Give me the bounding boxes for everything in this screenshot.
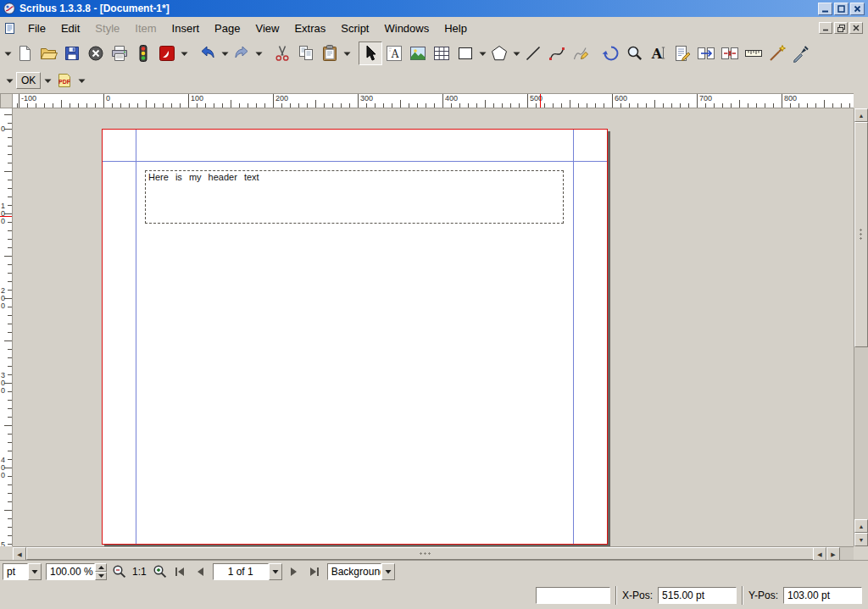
unit-value[interactable]: pt <box>3 563 28 580</box>
ok-dropdown-chevron-icon[interactable] <box>42 69 53 92</box>
hruler-label: 200 <box>273 94 288 108</box>
zoom-decrease-button[interactable] <box>95 572 107 580</box>
horizontal-scrollbar[interactable]: ◀ ◀ ▶ <box>13 546 854 560</box>
paste-button[interactable] <box>318 42 342 65</box>
horizontal-ruler[interactable]: -1000100200300400500600700800 <box>13 93 854 108</box>
edit-text-story-editor-button[interactable] <box>670 42 694 65</box>
layer-dropdown-button[interactable] <box>381 563 395 580</box>
zoom-increase-button[interactable] <box>95 563 107 572</box>
copy-button[interactable] <box>294 42 318 65</box>
insert-image-frame-button[interactable] <box>406 42 430 65</box>
save-document-button[interactable] <box>60 42 84 65</box>
menu-edit[interactable]: Edit <box>53 19 87 38</box>
vscroll-up-button-bottom[interactable]: ▲ <box>854 519 868 533</box>
unit-dropdown-button[interactable] <box>28 563 42 580</box>
rotate-item-button[interactable] <box>599 42 623 65</box>
document-restore-button[interactable] <box>834 22 848 34</box>
menu-windows[interactable]: Windows <box>376 19 437 38</box>
layer-selector[interactable]: Background <box>327 563 395 580</box>
page[interactable]: Here is my header text <box>102 129 608 545</box>
menu-file[interactable]: File <box>20 19 53 38</box>
insert-shape-button[interactable] <box>453 42 477 65</box>
unlink-text-frames-button[interactable] <box>718 42 742 65</box>
redo-button[interactable] <box>230 42 253 65</box>
pdf-options-button[interactable] <box>179 42 189 65</box>
undo-history-button[interactable] <box>220 42 230 65</box>
zoom-out-button[interactable] <box>111 563 127 579</box>
header-text-frame[interactable]: Here is my header text <box>145 170 564 224</box>
insert-polygon-button[interactable] <box>487 42 511 65</box>
eye-dropper-button[interactable] <box>789 42 813 65</box>
insert-line-button[interactable] <box>521 42 545 65</box>
canvas[interactable]: Here is my header text <box>13 108 854 546</box>
menu-extras[interactable]: Extras <box>287 19 333 38</box>
vscroll-down-button[interactable]: ▼ <box>854 533 868 546</box>
measurements-button[interactable] <box>742 42 765 65</box>
zoom-button[interactable] <box>623 42 647 65</box>
titlebar[interactable]: Scribus 1.3.3.8 - [Document-1*] <box>0 0 868 17</box>
hruler-label: 100 <box>188 94 203 108</box>
zoom-in-button[interactable] <box>152 563 168 579</box>
menu-page[interactable]: Page <box>207 19 248 38</box>
page-dropdown-button[interactable] <box>269 563 282 580</box>
shortcutbar-extension-chevron-icon[interactable] <box>4 69 14 92</box>
polygon-options-button[interactable] <box>511 42 521 65</box>
ok-button[interactable]: OK <box>16 72 41 89</box>
zoom-spinbox[interactable]: 100.00 % <box>46 563 107 580</box>
next-page-button[interactable] <box>287 563 303 579</box>
shape-options-button[interactable] <box>477 42 487 65</box>
vscroll-up-button[interactable]: ▲ <box>854 108 868 122</box>
toolbar-extension-button[interactable] <box>3 42 13 65</box>
pdf-shortcut-button[interactable]: PDF <box>54 69 75 92</box>
open-document-button[interactable] <box>36 42 60 65</box>
last-page-button[interactable] <box>307 563 323 579</box>
layer-value[interactable]: Background <box>327 563 381 580</box>
first-page-button[interactable] <box>172 563 188 579</box>
shape-options-icon <box>479 51 487 57</box>
window-close-button[interactable] <box>850 3 865 15</box>
zoom-value[interactable]: 100.00 % <box>46 563 95 580</box>
cut-button[interactable] <box>270 42 294 65</box>
horizontal-scrollbar-thumb[interactable] <box>26 547 825 560</box>
insert-freehand-line-button[interactable] <box>569 42 593 65</box>
unit-combo[interactable]: pt <box>3 563 42 580</box>
undo-button[interactable] <box>196 42 220 65</box>
paste-options-button[interactable] <box>342 42 352 65</box>
link-text-frames-button[interactable] <box>694 42 718 65</box>
previous-page-button[interactable] <box>192 563 209 579</box>
hscroll-left-button-right[interactable]: ◀ <box>813 547 826 561</box>
menu-view[interactable]: View <box>248 19 287 38</box>
copy-item-properties-button[interactable] <box>765 42 789 65</box>
hruler-label: 600 <box>612 94 627 108</box>
document-close-button[interactable] <box>849 22 863 34</box>
window-minimize-button[interactable] <box>818 3 832 15</box>
close-document-button[interactable] <box>84 42 108 65</box>
document-minimize-button[interactable] <box>819 22 832 34</box>
menu-help[interactable]: Help <box>437 19 475 38</box>
select-item-button[interactable] <box>359 42 382 65</box>
vertical-scrollbar-thumb[interactable] <box>854 122 868 347</box>
pdf-dropdown-chevron-icon[interactable] <box>76 69 86 92</box>
vruler-label: 300 <box>1 372 8 395</box>
new-document-button[interactable] <box>13 42 36 65</box>
hscroll-right-button[interactable]: ▶ <box>826 547 840 561</box>
edit-contents-button[interactable]: A <box>647 42 670 65</box>
save-as-pdf-button[interactable] <box>155 42 179 65</box>
page-selector[interactable]: 1 of 1 <box>213 563 282 580</box>
redo-history-button[interactable] <box>253 42 264 65</box>
window-maximize-button[interactable] <box>834 3 849 15</box>
hscroll-left-button[interactable]: ◀ <box>13 547 26 561</box>
insert-table-button[interactable] <box>430 42 453 65</box>
preflight-verifier-button[interactable] <box>131 42 155 65</box>
page-indicator[interactable]: 1 of 1 <box>213 563 269 580</box>
insert-text-frame-button[interactable]: A <box>382 42 406 65</box>
status-action-input[interactable] <box>536 587 610 604</box>
vertical-ruler[interactable]: 0100200300400500 <box>0 108 13 546</box>
insert-bezier-curve-button[interactable] <box>545 42 569 65</box>
ruler-origin-box[interactable] <box>0 93 13 108</box>
menu-script[interactable]: Script <box>333 19 376 38</box>
print-document-button[interactable] <box>108 42 131 65</box>
vruler-label: 0 <box>1 125 8 133</box>
vertical-scrollbar[interactable]: ▲ ▲ ▼ <box>854 108 868 546</box>
menu-insert[interactable]: Insert <box>164 19 208 38</box>
